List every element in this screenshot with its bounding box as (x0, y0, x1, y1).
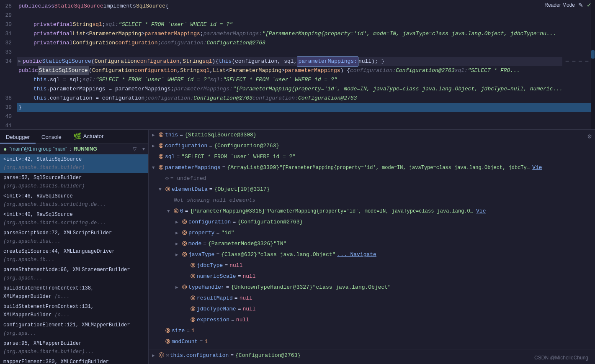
bottom-panel: Debugger Console 🌿 Actuator ● "main"@1 i… (0, 130, 595, 364)
code-line-31: private final List < ParameterMapping > … (17, 29, 595, 38)
stack-frame-4[interactable]: parseScriptNode:72, XMLScriptBuilder (or… (0, 228, 148, 246)
stack-frame-9[interactable]: configurationElement:121, XMLMapperBuild… (0, 320, 148, 338)
thread-separator: : (70, 146, 71, 152)
var-elementdata[interactable]: ▼ ⓪ elementData = {Object[10]@3317} (149, 184, 595, 195)
code-editor: public class StaticSqlSource implements … (17, 0, 595, 129)
stack-frame-11[interactable]: mapperElement:380, XMLConfigBuilder (org… (0, 357, 148, 364)
thread-bar: ● "main"@1 in group "main" : RUNNING ▽ ▾ (0, 144, 148, 154)
stack-frame-1[interactable]: parse:52, SqlSourceBuilder (org.apache.i… (0, 173, 148, 191)
debugger-tab-label: Debugger (6, 134, 30, 140)
tab-actuator[interactable]: 🌿 Actuator (67, 130, 109, 144)
stack-frame-5[interactable]: createSqlSource:44, XMLLanguageDriver (o… (0, 246, 148, 265)
var-elem0-javatype[interactable]: ▶ ⓪ javaType = {Class@632} "class java.l… (149, 249, 595, 260)
var-elem0-resultmapid: ⓪ resultMapId = null (149, 293, 595, 304)
watermark: CSDN @MichelleChung (534, 355, 588, 361)
var-elem0-jdbctype: ⓪ jdbcType = null (149, 260, 595, 271)
code-line-32: private final Configuration configuratio… (17, 38, 595, 48)
code-line-40: this .parameterMappings = parameterMappi… (17, 85, 595, 94)
vars-panel: ▶ ⓪ this = {StaticSqlSource@3308} ▶ ⓪ co… (149, 130, 595, 364)
var-elem0-configuration[interactable]: ▶ ⓪ configuration = {Configuration@2763} (149, 217, 595, 228)
code-line-28: public class StaticSqlSource implements … (17, 2, 595, 11)
dropdown-icon[interactable]: ▾ (142, 146, 145, 152)
code-line-30: private final String sql ; sql: "SELECT … (17, 20, 595, 29)
actuator-tab-label: Actuator (83, 133, 103, 139)
var-inf-undefined: ∞ = undefined (149, 173, 595, 184)
var-not-null-note: Not showing null elements (149, 195, 595, 206)
code-line-39: this .sql = sql; sql: "SELECT * FROM `us… (17, 75, 595, 85)
var-elem0-property[interactable]: ▶ ⓪ property = "id" (149, 228, 595, 238)
var-elem0-mode[interactable]: ▶ ⓪ mode = {ParameterMode@3326} "IN" (149, 238, 595, 249)
settings-icon[interactable]: ⚙ (587, 132, 592, 141)
var-configuration[interactable]: ▶ ⓪ configuration = {Configuration@2763} (149, 141, 595, 151)
stack-frame-10[interactable]: parse:95, XMLMapperBuilder (org.apache.i… (0, 338, 148, 357)
code-line-29 (17, 11, 595, 20)
code-line-43 (17, 112, 595, 121)
editor-area: Reader Mode ✎ ✓ 28 29 30 31 32 33 34 38 … (0, 0, 595, 130)
filter-icon[interactable]: ▽ (133, 146, 137, 152)
stack-frame-0[interactable]: <init>:42, StaticSqlSource (org.apache.i… (0, 154, 148, 173)
thread-name: "main"@1 in group "main" (9, 146, 67, 152)
code-line-42: } (17, 103, 595, 112)
panel-tabs: Debugger Console 🌿 Actuator (0, 130, 148, 144)
var-elem0-expression: ⓪ expression = null (149, 315, 595, 326)
tab-debugger[interactable]: Debugger (0, 131, 36, 144)
var-elem0-numericscale: ⓪ numericScale = null (149, 271, 595, 282)
var-modcount: ⓪ modCount = 1 (149, 336, 595, 347)
var-elem0-jdbctypename: ⓪ jdbcTypeName = null (149, 304, 595, 315)
actuator-icon: 🌿 (73, 132, 82, 140)
stack-frame-6[interactable]: parseStatementNode:96, XMLStatementBuild… (0, 265, 148, 283)
code-line-34: ▶ public StaticSqlSource ( Configuration… (17, 57, 595, 66)
console-tab-label: Console (41, 134, 62, 140)
code-line-41: this .configuration = configuration; con… (17, 94, 595, 103)
var-parametermappings[interactable]: ▼ ⓪ parameterMappings = {ArrayList@3309}… (149, 162, 595, 173)
stack-list: <init>:42, StaticSqlSource (org.apache.i… (0, 154, 148, 364)
stack-frame-7[interactable]: buildStatementFromContext:138, XMLMapper… (0, 283, 148, 302)
var-this-configuration-bottom[interactable]: ▶ ⓪ ∞ this.configuration = {Configuratio… (149, 349, 595, 361)
code-line-33 (17, 48, 595, 57)
navigate-link[interactable]: ... Navigate (337, 250, 376, 259)
stack-frame-8[interactable]: buildStatementFromContext:131, XMLMapper… (0, 302, 148, 320)
var-this[interactable]: ▶ ⓪ this = {StaticSqlSource@3308} (149, 130, 595, 141)
stack-frame-2[interactable]: <init>:46, RawSqlSource (org.apache.ibat… (0, 191, 148, 210)
var-elem0-typehandler[interactable]: ▶ ⓪ typeHandler = {UnknownTypeHandler@33… (149, 282, 595, 293)
line-numbers: 28 29 30 31 32 33 34 38 39 40 41 42 43 (0, 0, 17, 129)
var-size: ⓪ size = 1 (149, 326, 595, 336)
tab-console[interactable]: Console (36, 131, 67, 144)
var-sql[interactable]: ⓪ sql = "SELECT * FROM `user` WHERE id =… (149, 151, 595, 162)
thread-status: RUNNING (74, 146, 97, 152)
stack-panel: Debugger Console 🌿 Actuator ● "main"@1 i… (0, 130, 149, 364)
code-line-38: public StaticSqlSource ( Configuration c… (17, 66, 595, 75)
running-icon: ● (3, 146, 7, 152)
stack-frame-3[interactable]: <init>:40, RawSqlSource (org.apache.ibat… (0, 210, 148, 228)
var-elem-0[interactable]: ▼ ⓪ 0 = {ParameterMapping@3318} "Paramet… (149, 206, 595, 217)
